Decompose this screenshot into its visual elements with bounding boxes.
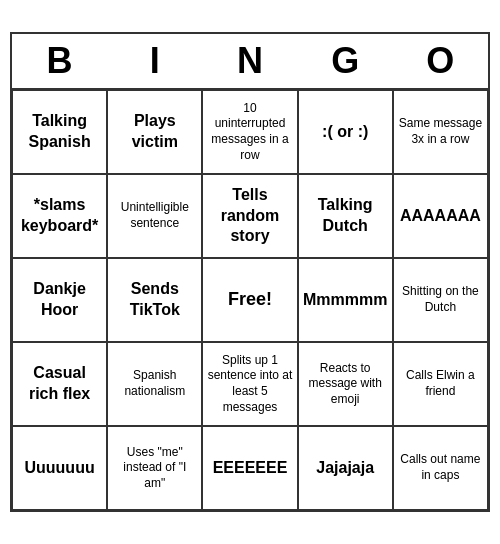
bingo-grid: Talking SpanishPlays victim10 uninterrup… (12, 90, 488, 510)
bingo-cell: Talking Spanish (12, 90, 107, 174)
title-letter: I (111, 40, 199, 82)
bingo-cell: AAAAAAA (393, 174, 488, 258)
bingo-cell: Casual rich flex (12, 342, 107, 426)
bingo-cell: Dankje Hoor (12, 258, 107, 342)
bingo-cell: Jajajaja (298, 426, 393, 510)
bingo-cell: Mmmmmm (298, 258, 393, 342)
bingo-card: BINGO Talking SpanishPlays victim10 unin… (10, 32, 490, 512)
bingo-cell: Calls Elwin a friend (393, 342, 488, 426)
title-letter: N (206, 40, 294, 82)
bingo-cell: Uuuuuuu (12, 426, 107, 510)
bingo-cell: Spanish nationalism (107, 342, 202, 426)
bingo-title: BINGO (12, 34, 488, 90)
title-letter: G (301, 40, 389, 82)
bingo-cell: Calls out name in caps (393, 426, 488, 510)
bingo-cell: Reacts to message with emoji (298, 342, 393, 426)
bingo-cell: Unintelligible sentence (107, 174, 202, 258)
bingo-cell: Splits up 1 sentence into at least 5 mes… (202, 342, 297, 426)
bingo-cell: EEEEEEE (202, 426, 297, 510)
bingo-cell: Uses "me" instead of "I am" (107, 426, 202, 510)
bingo-cell: Free! (202, 258, 297, 342)
bingo-cell: Shitting on the Dutch (393, 258, 488, 342)
bingo-cell: 10 uninterrupted messages in a row (202, 90, 297, 174)
bingo-cell: :( or :) (298, 90, 393, 174)
bingo-cell: Plays victim (107, 90, 202, 174)
bingo-cell: Talking Dutch (298, 174, 393, 258)
bingo-cell: Same message 3x in a row (393, 90, 488, 174)
bingo-cell: Sends TikTok (107, 258, 202, 342)
bingo-cell: Tells random story (202, 174, 297, 258)
title-letter: O (396, 40, 484, 82)
title-letter: B (16, 40, 104, 82)
bingo-cell: *slams keyboard* (12, 174, 107, 258)
